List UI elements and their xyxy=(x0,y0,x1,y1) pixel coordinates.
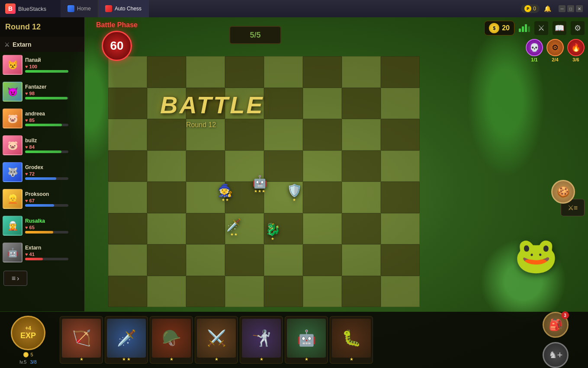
bench-slot[interactable]: ⚔️ ★ xyxy=(195,316,238,364)
board-cell[interactable] xyxy=(108,276,147,307)
maximize-btn[interactable]: □ xyxy=(567,5,574,12)
board-cell[interactable] xyxy=(147,213,186,245)
board-cell[interactable] xyxy=(381,276,420,307)
heart-icon: ♥ xyxy=(25,118,28,123)
class-badge-fire[interactable]: 🔥 3/6 xyxy=(567,39,585,62)
book-btn[interactable]: 📖 xyxy=(553,21,566,35)
board-cell[interactable] xyxy=(381,244,420,276)
board-cell[interactable] xyxy=(303,244,342,276)
board-cell[interactable] xyxy=(186,213,225,245)
pieces-count-value: 5/5 xyxy=(250,31,260,40)
tab-home[interactable]: Home xyxy=(61,0,98,17)
player-list-item[interactable]: 🐺 Grodex ♥ 72 xyxy=(0,159,82,185)
board-cell[interactable] xyxy=(108,56,147,88)
board-piece-3[interactable]: 🛡️ ★ xyxy=(281,177,307,208)
chess-plus-icon: ♞+ xyxy=(549,349,563,361)
recruit-button[interactable]: ♞+ xyxy=(543,342,569,368)
board-cell[interactable] xyxy=(342,56,381,88)
board-cell[interactable] xyxy=(264,56,303,88)
board-cell[interactable] xyxy=(186,56,225,88)
board-cell[interactable] xyxy=(264,276,303,307)
board-piece-4[interactable]: 🗡️ ★★ xyxy=(221,212,247,242)
board-cell[interactable] xyxy=(147,56,186,88)
bag-button[interactable]: 🎒 3 xyxy=(543,312,569,338)
board-cell[interactable] xyxy=(108,182,147,213)
board-cell[interactable] xyxy=(186,244,225,276)
board-cell[interactable] xyxy=(342,213,381,245)
board-cell[interactable] xyxy=(342,244,381,276)
player-list-item[interactable]: 🐷 andreea ♥ 85 xyxy=(0,106,82,131)
health-row: ♥ 41 xyxy=(25,252,80,257)
player-list-item[interactable]: 😈 Fantazer ♥ 98 xyxy=(0,79,82,105)
board-cell[interactable] xyxy=(342,276,381,307)
bench-slot[interactable]: 🤖 ★ xyxy=(285,316,328,364)
class-badge-gear[interactable]: ⚙ 2/4 xyxy=(546,39,564,62)
player-list-item[interactable]: 😾 Папай ♥ 100 xyxy=(0,52,82,78)
bench-slot[interactable]: 🐛 ★ xyxy=(330,316,373,364)
bench-slot[interactable]: 🪖 ★ xyxy=(150,316,193,364)
board-cell[interactable] xyxy=(303,213,342,245)
board-cell[interactable] xyxy=(342,119,381,150)
board-cell[interactable] xyxy=(186,276,225,307)
health-row: ♥ 67 xyxy=(25,198,80,203)
board-cell[interactable] xyxy=(303,150,342,182)
cookie-button[interactable]: 🍪 xyxy=(551,180,575,204)
board-cell[interactable] xyxy=(303,119,342,150)
board-cell[interactable] xyxy=(225,56,264,88)
health-bar-fill xyxy=(25,204,54,207)
health-bar-bg xyxy=(25,97,68,99)
menu-button[interactable]: ≡ › xyxy=(3,271,27,286)
board-cell[interactable] xyxy=(381,150,420,182)
board-cell[interactable] xyxy=(225,119,264,150)
crossed-swords-btn[interactable]: ⚔ xyxy=(534,21,548,35)
board-cell[interactable] xyxy=(303,182,342,213)
board-cell[interactable] xyxy=(342,150,381,182)
board-piece-5[interactable]: 🐉 ★ xyxy=(260,216,286,246)
settings-btn[interactable]: ⚙ xyxy=(571,21,585,35)
round-display: Round 12 xyxy=(0,17,84,37)
player-list-item[interactable]: 🧝 Rusalka ♥ 65 xyxy=(0,213,82,239)
board-cell[interactable] xyxy=(108,150,147,182)
board-cell[interactable] xyxy=(147,276,186,307)
health-row: ♥ 98 xyxy=(25,91,80,96)
class-badge-skull[interactable]: 💀 1/1 xyxy=(526,39,543,62)
board-cell[interactable] xyxy=(225,244,264,276)
board-cell[interactable] xyxy=(264,119,303,150)
board-cell[interactable] xyxy=(381,56,420,88)
battle-phase-area: Battle Phase 60 xyxy=(84,19,149,56)
board-cell[interactable] xyxy=(303,276,342,307)
player-list-item[interactable]: 👱 Proksoon ♥ 67 xyxy=(0,186,82,212)
board-cell[interactable] xyxy=(108,119,147,150)
board-cell[interactable] xyxy=(108,213,147,245)
board-cell[interactable] xyxy=(264,88,303,119)
board-cell[interactable] xyxy=(381,88,420,119)
board-cell[interactable] xyxy=(147,244,186,276)
board-cell[interactable] xyxy=(342,182,381,213)
bench-slot[interactable]: 🗡️ ★★ xyxy=(105,316,148,364)
player-list-item[interactable]: 🤖 Extarn ♥ 41 xyxy=(0,240,82,266)
board-piece-2[interactable]: 🤖 ★★★ xyxy=(247,169,273,199)
close-btn[interactable]: ✕ xyxy=(576,5,583,12)
board-cell[interactable] xyxy=(381,182,420,213)
notification-btn[interactable]: 🔔 xyxy=(543,4,552,13)
board-cell[interactable] xyxy=(381,213,420,245)
board-cell[interactable] xyxy=(303,88,342,119)
board-cell[interactable] xyxy=(342,88,381,119)
board-cell[interactable] xyxy=(381,119,420,150)
board-cell[interactable] xyxy=(147,182,186,213)
board-cell[interactable] xyxy=(108,244,147,276)
board-piece-1[interactable]: 🧙 ★★ xyxy=(212,177,238,208)
board-cell[interactable] xyxy=(225,276,264,307)
board-cell[interactable] xyxy=(108,88,147,119)
exp-button[interactable]: +4 EXP xyxy=(11,316,45,350)
tab-auto-chess[interactable]: Auto Chess xyxy=(98,0,149,17)
bench-slot[interactable]: 🏹 ★ xyxy=(60,316,103,364)
health-bar-bg xyxy=(25,124,68,126)
bench-slot[interactable]: 🤺 ★ xyxy=(240,316,283,364)
board-cell[interactable] xyxy=(147,150,186,182)
board-cell[interactable] xyxy=(264,244,303,276)
player-list-item[interactable]: 🐷 bullz ♥ 84 xyxy=(0,132,82,158)
minimize-btn[interactable]: ─ xyxy=(559,5,566,12)
board-cell[interactable] xyxy=(303,56,342,88)
board-cell[interactable] xyxy=(147,119,186,150)
